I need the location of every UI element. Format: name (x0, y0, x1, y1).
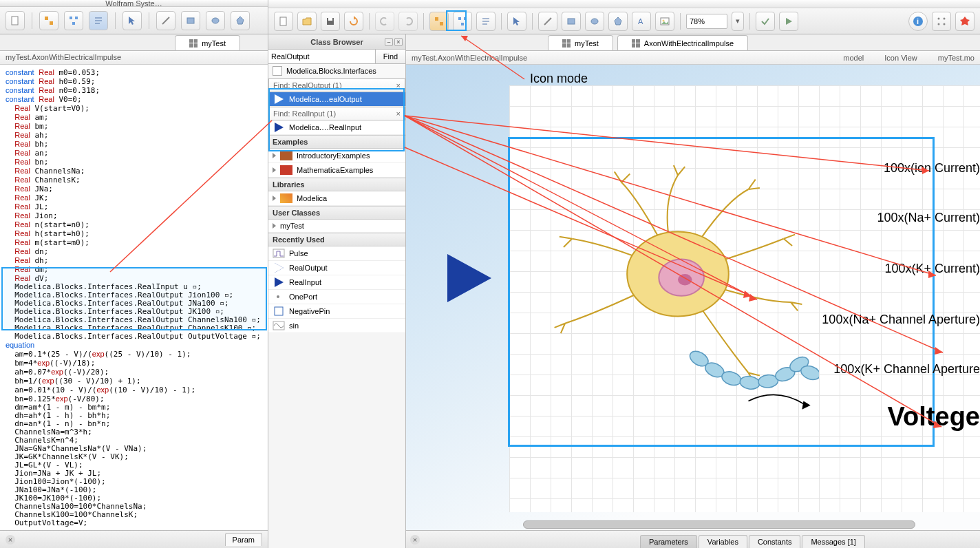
svg-rect-19 (461, 23, 464, 25)
recent-pulse-row[interactable]: Pulse (268, 246, 405, 261)
introductory-examples-row[interactable]: IntroductoryExamples (268, 149, 405, 163)
refresh-button[interactable] (344, 12, 363, 31)
diagram-mode-button[interactable] (453, 12, 472, 31)
realoutput-row[interactable]: Modelica.…ealOutput (268, 92, 405, 107)
ellipse-tool-button[interactable] (206, 11, 225, 30)
recent-oneport-row[interactable]: OnePort (268, 290, 405, 304)
check-button[interactable] (756, 12, 775, 31)
tab-messages[interactable]: Messages [1] (802, 535, 864, 548)
recently-used-group[interactable]: Recently Used (268, 233, 405, 246)
row-label: RealOutput (289, 264, 328, 272)
find-button[interactable]: Find (375, 50, 405, 63)
realoutput-icon (273, 263, 285, 273)
svg-rect-3 (70, 17, 72, 19)
recent-negativepin-row[interactable]: NegativePin (268, 304, 405, 319)
class-browser-search: Find (268, 50, 405, 64)
svg-rect-12 (280, 17, 286, 25)
tab-mytest[interactable]: myTest (175, 35, 240, 50)
meta-file: myTest.mo (938, 54, 974, 62)
meta-view: Icon View (884, 54, 917, 62)
recent-realoutput-row[interactable]: RealOutput (268, 261, 405, 275)
minimize-panel-button[interactable]: – (385, 38, 393, 46)
text-tool-button[interactable]: A (632, 12, 651, 31)
recent-realinput-row[interactable]: RealInput (268, 275, 405, 290)
sine-icon (273, 321, 285, 330)
libraries-group[interactable]: Libraries (268, 178, 405, 191)
svg-point-11 (212, 18, 219, 23)
mytest-class-row[interactable]: myTest (268, 220, 405, 233)
svg-rect-5 (72, 22, 75, 25)
info-button[interactable]: i (908, 12, 928, 31)
close-status-button[interactable]: × (6, 535, 15, 545)
icon-mode-button[interactable] (429, 12, 449, 31)
toolbar-separator (749, 13, 750, 30)
svg-rect-4 (75, 17, 78, 19)
run-button[interactable] (779, 12, 798, 31)
polygon-tool-button[interactable] (608, 12, 628, 31)
examples-group[interactable]: Examples (268, 135, 405, 149)
chevron-icon (273, 223, 276, 229)
close-panel-button[interactable]: × (394, 38, 403, 46)
pointer-tool-button[interactable] (507, 12, 526, 31)
output-label-na: 100x(Na+ Current) (877, 211, 980, 225)
user-classes-group[interactable]: User Classes (268, 206, 405, 220)
canvas-area: myTest AxonWithElectricalImpulse myTest.… (406, 34, 980, 548)
find-input-header[interactable]: Find: RealInput (1)× (268, 107, 405, 120)
pointer-tool-button[interactable] (122, 11, 142, 30)
svg-rect-17 (458, 17, 461, 20)
undo-button[interactable] (375, 12, 394, 31)
rect-tool-button[interactable] (181, 11, 200, 30)
zoom-input[interactable] (686, 14, 727, 29)
search-input[interactable] (268, 50, 375, 63)
tab-variables[interactable]: Variables (699, 535, 747, 548)
zoom-dropdown-button[interactable]: ▾ (732, 12, 744, 31)
image-tool-button[interactable] (655, 12, 674, 31)
tab-constants[interactable]: Constants (749, 535, 801, 548)
tab-parameters[interactable]: Parameters (640, 535, 697, 548)
class-browser-panel: Class Browser –× Find Modelica.Blocks.In… (268, 34, 406, 548)
svg-point-33 (938, 23, 940, 25)
redo-button[interactable] (398, 12, 418, 31)
tab-axon[interactable]: AxonWithElectricalImpulse (617, 35, 748, 50)
save-button[interactable] (321, 12, 340, 31)
parameters-tab[interactable]: Param (225, 533, 262, 546)
mathematica-button[interactable] (955, 12, 974, 31)
code-editor[interactable]: constant Real m0=0.053; constant Real h0… (0, 65, 268, 527)
toolbar-separator (423, 13, 424, 30)
svg-rect-10 (187, 18, 194, 23)
text-mode-button[interactable] (476, 12, 496, 31)
realinput-icon (273, 277, 285, 287)
breadcrumb-row[interactable]: Modelica.Blocks.Interfaces (268, 64, 405, 78)
text-mode-button[interactable] (89, 11, 108, 30)
neuron-illustration (537, 161, 819, 443)
open-file-button[interactable] (297, 12, 317, 31)
close-bottom-panel-button[interactable]: × (410, 535, 420, 545)
row-label: RealInput (289, 278, 321, 286)
new-file-button[interactable] (274, 12, 293, 31)
modelica-lib-row[interactable]: Modelica (268, 191, 405, 206)
realinput-row[interactable]: Modelica.…RealInput (268, 120, 405, 135)
mathematica-examples-row[interactable]: MathematicaExamples (268, 163, 405, 178)
meta-model: model (843, 54, 864, 62)
find-output-header[interactable]: Find: RealOutput (1)× (268, 78, 405, 92)
toolbar-separator (149, 12, 149, 29)
toolbar-separator (680, 13, 681, 30)
svg-rect-15 (435, 17, 438, 21)
icon-canvas[interactable]: Icon mode (406, 65, 980, 548)
line-tool-button[interactable] (538, 12, 557, 31)
ellipse-tool-button[interactable] (585, 12, 604, 31)
tab-mytest[interactable]: myTest (548, 35, 613, 50)
canvas-tab-strip: myTest AxonWithElectricalImpulse (406, 34, 980, 51)
polygon-tool-button[interactable] (231, 11, 250, 30)
line-tool-button[interactable] (156, 11, 175, 30)
realinput-port[interactable] (447, 254, 491, 302)
settings-button[interactable] (932, 12, 951, 31)
rect-tool-button[interactable] (562, 12, 581, 31)
left-tab-strip: myTest (0, 34, 268, 51)
row-label: OnePort (289, 293, 317, 301)
diagram-mode-button[interactable] (64, 11, 83, 30)
icon-mode-button[interactable] (39, 11, 58, 30)
horizontal-scrollbar[interactable] (523, 520, 915, 529)
new-file-button[interactable] (6, 11, 25, 30)
recent-sin-row[interactable]: sin (268, 319, 405, 333)
